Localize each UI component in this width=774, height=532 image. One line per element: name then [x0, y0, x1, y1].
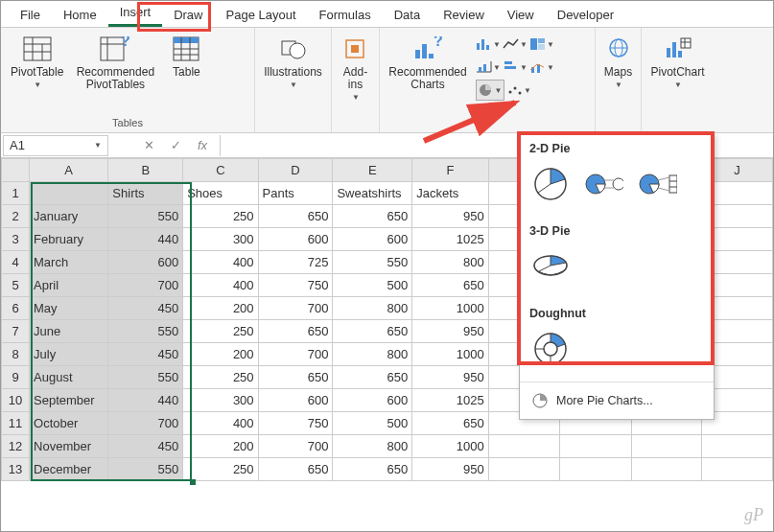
cell[interactable]: 800 — [333, 435, 412, 458]
pie-chart-button[interactable]: ▼ — [476, 80, 504, 101]
maps-button[interactable]: Maps▼ — [596, 32, 642, 91]
cell[interactable]: 300 — [183, 228, 258, 251]
cell[interactable]: 250 — [183, 320, 258, 343]
cell[interactable] — [702, 458, 773, 481]
bar-of-pie-option[interactable] — [639, 165, 677, 203]
select-all-corner[interactable] — [2, 159, 30, 182]
cell[interactable]: 300 — [183, 389, 258, 412]
cell[interactable]: 800 — [412, 251, 488, 274]
cell[interactable]: 250 — [183, 458, 258, 481]
cell[interactable]: April — [30, 274, 108, 297]
col-header-C[interactable]: C — [183, 159, 258, 182]
cell[interactable]: 200 — [183, 297, 258, 320]
pivotchart-button[interactable]: PivotChart▼ — [647, 32, 708, 91]
row-header-13[interactable]: 13 — [2, 458, 30, 481]
cell[interactable]: 440 — [108, 228, 183, 251]
cell[interactable]: 700 — [258, 435, 333, 458]
cell[interactable]: Sweatshirts — [333, 182, 412, 205]
cell[interactable]: 450 — [108, 343, 183, 366]
cell[interactable]: 250 — [183, 366, 258, 389]
row-header-8[interactable]: 8 — [2, 343, 30, 366]
tab-page-layout[interactable]: Page Layout — [215, 4, 308, 27]
row-header-7[interactable]: 7 — [2, 320, 30, 343]
cell[interactable]: 400 — [183, 412, 258, 435]
cell[interactable]: 600 — [258, 389, 333, 412]
statistic-chart-button[interactable]: ▼ — [503, 57, 528, 78]
cell[interactable]: 650 — [412, 412, 488, 435]
column-chart-button[interactable]: ▼ — [476, 34, 501, 55]
cell[interactable]: 700 — [108, 412, 183, 435]
cell[interactable]: 550 — [333, 251, 412, 274]
cell[interactable]: 200 — [183, 435, 258, 458]
tab-data[interactable]: Data — [383, 4, 432, 27]
tab-file[interactable]: File — [9, 4, 52, 27]
row-header-2[interactable]: 2 — [2, 205, 30, 228]
cell[interactable]: 550 — [108, 320, 183, 343]
more-pie-charts-link[interactable]: More Pie Charts... — [520, 382, 714, 419]
cell[interactable] — [702, 435, 773, 458]
cell[interactable] — [30, 182, 108, 205]
cell[interactable]: Shoes — [183, 182, 258, 205]
tab-draw[interactable]: Draw — [162, 4, 214, 27]
addins-button[interactable]: Add-ins▼ — [333, 32, 379, 104]
cell[interactable]: February — [30, 228, 108, 251]
cell[interactable]: 600 — [108, 251, 183, 274]
cell[interactable]: Pants — [258, 182, 333, 205]
cell[interactable]: 550 — [108, 205, 183, 228]
pie-of-pie-option[interactable] — [585, 165, 623, 203]
cell[interactable] — [631, 435, 702, 458]
combo-chart-button[interactable]: ▼ — [529, 57, 554, 78]
tab-insert[interactable]: Insert — [108, 1, 163, 27]
cell[interactable]: 250 — [183, 205, 258, 228]
cell[interactable]: 650 — [333, 366, 412, 389]
cell[interactable]: August — [30, 366, 108, 389]
col-header-F[interactable]: F — [412, 159, 488, 182]
cell[interactable]: 450 — [108, 435, 183, 458]
tab-home[interactable]: Home — [52, 4, 108, 27]
cell[interactable]: 600 — [333, 389, 412, 412]
row-header-5[interactable]: 5 — [2, 274, 30, 297]
cell[interactable]: September — [30, 389, 108, 412]
cell[interactable]: 500 — [333, 412, 412, 435]
cell[interactable]: 400 — [183, 274, 258, 297]
cell[interactable]: 1000 — [412, 435, 488, 458]
cell[interactable]: 650 — [258, 366, 333, 389]
tab-view[interactable]: View — [496, 4, 546, 27]
cell[interactable]: 800 — [333, 297, 412, 320]
cell[interactable]: Shirts — [108, 182, 183, 205]
cell[interactable]: 650 — [258, 320, 333, 343]
cell[interactable]: 750 — [258, 412, 333, 435]
row-header-11[interactable]: 11 — [2, 412, 30, 435]
tab-review[interactable]: Review — [432, 4, 496, 27]
cell[interactable]: 1000 — [412, 343, 488, 366]
cell[interactable]: 600 — [333, 228, 412, 251]
cell[interactable]: 950 — [412, 458, 488, 481]
fx-icon[interactable]: fx — [193, 138, 212, 152]
col-header-D[interactable]: D — [258, 159, 333, 182]
row-header-12[interactable]: 12 — [2, 435, 30, 458]
cell[interactable]: 700 — [258, 297, 333, 320]
cell[interactable]: March — [30, 251, 108, 274]
cell[interactable]: 440 — [108, 389, 183, 412]
name-box[interactable]: A1▼ — [3, 135, 108, 156]
doughnut-option[interactable] — [531, 330, 570, 368]
pie-3d-option[interactable] — [531, 247, 570, 286]
cell[interactable]: January — [30, 205, 108, 228]
hierarchy-chart-button[interactable]: ▼ — [476, 57, 501, 78]
row-header-9[interactable]: 9 — [2, 366, 30, 389]
scatter-chart-button[interactable]: ▼ — [506, 80, 531, 101]
cell[interactable]: 600 — [258, 228, 333, 251]
cell[interactable] — [560, 435, 631, 458]
cell[interactable]: 550 — [108, 366, 183, 389]
cell[interactable]: 1025 — [412, 228, 488, 251]
treemap-chart-button[interactable]: ▼ — [529, 34, 554, 55]
tab-developer[interactable]: Developer — [546, 4, 625, 27]
cell[interactable]: 550 — [108, 458, 183, 481]
recommended-charts-button[interactable]: ? Recommended Charts — [386, 32, 470, 93]
cell[interactable]: November — [30, 435, 108, 458]
cell[interactable]: 450 — [108, 297, 183, 320]
row-header-6[interactable]: 6 — [2, 297, 30, 320]
cell[interactable]: 1000 — [412, 297, 488, 320]
cell[interactable]: 650 — [333, 458, 412, 481]
cell[interactable]: 800 — [333, 343, 412, 366]
